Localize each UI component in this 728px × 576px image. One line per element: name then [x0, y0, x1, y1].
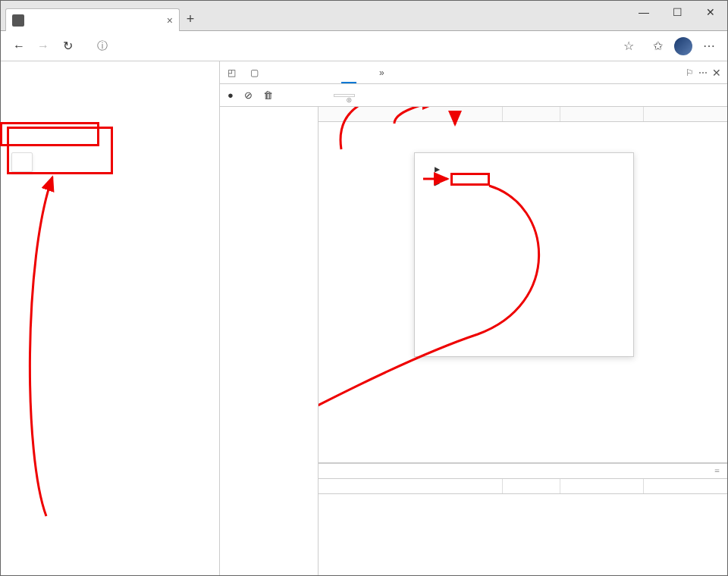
- constructor-grid[interactable]: ▶ ▶: [318, 122, 727, 463]
- clear-icon[interactable]: ⊘: [244, 89, 253, 101]
- heap-section-label: [220, 121, 318, 124]
- tab-sources[interactable]: [296, 61, 311, 83]
- window-minimize-icon[interactable]: —: [627, 1, 661, 23]
- devtools-tab-strip: ◰ ▢ » ⚐ ⋯ ✕: [220, 61, 727, 84]
- ret-col-object[interactable]: [318, 479, 503, 493]
- settings-icon[interactable]: ⋯: [698, 67, 708, 78]
- col-retained[interactable]: [644, 107, 727, 121]
- window-close-icon[interactable]: ✕: [694, 1, 727, 23]
- element-tooltip: [11, 152, 33, 172]
- url-bar[interactable]: ⓘ: [87, 39, 609, 53]
- ret-col-distance[interactable]: [503, 479, 560, 493]
- issues-icon[interactable]: ⚐: [686, 67, 694, 78]
- new-tab-button[interactable]: +: [180, 8, 201, 30]
- profile-avatar[interactable]: [674, 37, 692, 55]
- page-viewport: [1, 61, 219, 576]
- browser-tab[interactable]: ×: [5, 8, 180, 31]
- record-icon[interactable]: ●: [228, 89, 234, 101]
- col-shallow[interactable]: [560, 107, 644, 121]
- tab-console[interactable]: [281, 61, 296, 83]
- tab-close-icon[interactable]: ×: [167, 14, 173, 27]
- tab-network[interactable]: [311, 61, 326, 83]
- tab-application[interactable]: [356, 61, 372, 83]
- refresh-button[interactable]: ↻: [55, 34, 80, 58]
- page-heading: [8, 69, 212, 72]
- profiles-sidebar: [220, 107, 318, 576]
- site-info-icon[interactable]: ⓘ: [92, 39, 113, 53]
- inspect-icon[interactable]: ◰: [228, 67, 236, 78]
- devtools-close-icon[interactable]: ✕: [712, 67, 721, 79]
- tab-more-icon[interactable]: »: [372, 61, 392, 83]
- tab-performance[interactable]: [326, 61, 341, 83]
- menu-icon[interactable]: ⋯: [697, 34, 721, 58]
- tab-memory[interactable]: [341, 61, 356, 83]
- col-constructor[interactable]: [318, 107, 503, 121]
- class-filter-input[interactable]: ⊗: [334, 94, 355, 97]
- collections-icon[interactable]: ✩: [645, 34, 670, 58]
- col-distance[interactable]: [503, 107, 560, 121]
- window-maximize-icon[interactable]: ☐: [661, 1, 694, 23]
- profiles-title: [220, 113, 318, 121]
- tab-elements[interactable]: [265, 61, 281, 83]
- retainers-panel: ≡: [318, 463, 727, 576]
- grid-header: [318, 107, 727, 122]
- back-button[interactable]: ←: [7, 34, 31, 58]
- device-icon[interactable]: ▢: [250, 67, 259, 78]
- favicon: [12, 14, 24, 27]
- object-preview-tooltip: ▶ ▶: [414, 152, 634, 357]
- forward-button[interactable]: →: [31, 34, 55, 58]
- favorite-icon[interactable]: ☆: [617, 34, 641, 58]
- ret-col-retained[interactable]: [644, 479, 727, 493]
- ret-col-shallow[interactable]: [560, 479, 644, 493]
- retainers-menu-icon[interactable]: ≡: [714, 465, 721, 477]
- delete-icon[interactable]: 🗑: [263, 89, 273, 101]
- clear-filter-icon[interactable]: ⊗: [347, 95, 352, 105]
- devtools-panel: ◰ ▢ » ⚐ ⋯ ✕ ● ⊘ 🗑: [219, 61, 727, 576]
